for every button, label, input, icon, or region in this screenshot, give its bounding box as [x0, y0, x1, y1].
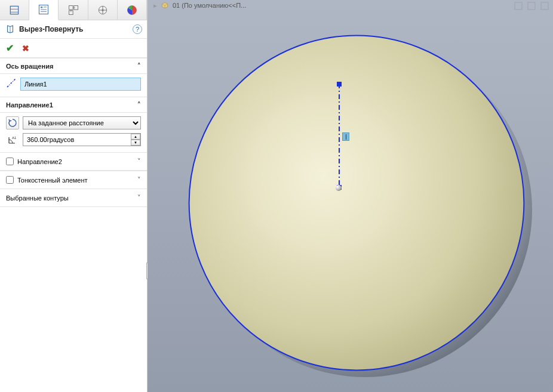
tab-dimxpert-manager[interactable]	[88, 0, 118, 20]
confirm-row: ✔ ✖	[0, 39, 147, 58]
breadcrumb[interactable]: ▸ 01 (По умолчанию<<П...	[153, 1, 246, 10]
feature-title-row: Вырез-Повернуть ?	[0, 20, 147, 39]
svg-text:A1: A1	[12, 136, 17, 140]
svg-rect-12	[528, 2, 535, 10]
svg-rect-13	[541, 2, 548, 10]
revolve-preview-outline	[189, 35, 525, 371]
axis-selection-input[interactable]	[20, 78, 141, 91]
angle-input[interactable]	[23, 136, 131, 143]
section-contours-label: Выбранные контуры	[6, 195, 69, 202]
chevron-up-icon: ˄	[137, 101, 141, 109]
property-manager-panel: Вырез-Повернуть ? ✔ ✖ Ось вращения ˄ Нап…	[0, 0, 148, 392]
section-contours-header[interactable]: Выбранные контуры ˅	[0, 189, 147, 207]
section-direction1-body: На заданное расстояние A1 ▲ ▼	[0, 113, 147, 152]
section-axis-header[interactable]: Ось вращения ˄	[0, 58, 147, 74]
section-thin-row: Тонкостенный элемент ˅	[0, 171, 147, 189]
feature-title: Вырез-Повернуть	[19, 25, 133, 33]
viewport-icon-3[interactable]	[540, 1, 549, 11]
direction1-type-select[interactable]: На заданное расстояние	[23, 116, 141, 129]
angle-spinner: ▲ ▼	[131, 134, 140, 146]
reverse-direction-button[interactable]	[6, 116, 19, 129]
angle-icon: A1	[6, 133, 19, 146]
tab-property-manager[interactable]	[29, 0, 59, 20]
svg-line-9	[7, 79, 16, 87]
chevron-down-icon: ˅	[137, 194, 141, 202]
tab-configuration-manager[interactable]	[59, 0, 88, 20]
svg-rect-3	[69, 5, 73, 10]
angle-up-button[interactable]: ▲	[131, 134, 140, 140]
tab-feature-manager[interactable]	[0, 0, 29, 20]
section-direction2-row: Направление2 ˅	[0, 152, 147, 171]
svg-rect-0	[10, 6, 18, 14]
section-axis-body	[0, 74, 147, 97]
chevron-up-icon: ˄	[137, 62, 141, 70]
axis-dimension-badge[interactable]	[342, 132, 349, 141]
section-direction1-header[interactable]: Направление1 ˄	[0, 97, 147, 113]
breadcrumb-text: 01 (По умолчанию<<П...	[173, 2, 246, 9]
angle-down-button[interactable]: ▼	[131, 140, 140, 146]
help-icon[interactable]: ?	[133, 24, 142, 34]
viewport-icon-1[interactable]	[514, 1, 523, 11]
graphics-viewport[interactable]: ▸ 01 (По умолчанию<<П...	[148, 0, 553, 392]
section-direction1-label: Направление1	[6, 101, 53, 109]
thin-feature-checkbox[interactable]	[6, 176, 14, 184]
chevron-down-icon: ˅	[137, 158, 141, 165]
panel-tab-row	[0, 0, 147, 20]
cut-revolve-icon	[5, 24, 16, 35]
sphere-body	[189, 36, 524, 370]
viewport-corner-icons	[514, 1, 549, 11]
thin-feature-label: Тонкостенный элемент	[17, 177, 88, 184]
axis-endpoint-top[interactable]	[337, 82, 342, 87]
section-axis-label: Ось вращения	[6, 63, 53, 70]
svg-rect-2	[41, 7, 42, 8]
revolve-axis-line[interactable]	[339, 84, 340, 188]
svg-point-7	[102, 9, 103, 11]
direction2-checkbox[interactable]	[6, 158, 14, 165]
part-icon	[161, 1, 169, 10]
cancel-button[interactable]: ✖	[22, 44, 29, 53]
origin-point[interactable]	[336, 185, 342, 191]
viewport-icon-2[interactable]	[527, 1, 536, 11]
tab-display-manager[interactable]	[118, 0, 147, 20]
direction2-label: Направление2	[17, 158, 62, 165]
breadcrumb-arrow-icon: ▸	[153, 2, 157, 10]
axis-line-icon	[6, 78, 17, 91]
ok-button[interactable]: ✔	[6, 42, 14, 54]
chevron-down-icon: ˅	[137, 176, 141, 184]
svg-rect-11	[515, 2, 522, 10]
